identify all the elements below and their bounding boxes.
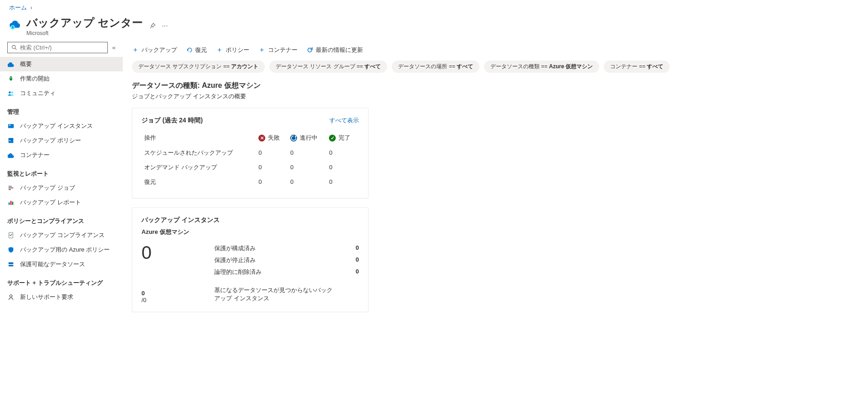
inprogress-icon [290, 135, 297, 141]
svg-point-5 [11, 91, 13, 93]
overview-subheading: ジョブとバックアップ インスタンスの概要 [123, 92, 857, 108]
breadcrumb: ホーム › [0, 0, 868, 14]
svg-rect-7 [9, 125, 11, 126]
sidebar-item-backup-reports[interactable]: バックアップ レポート [0, 195, 123, 210]
jobs-col-completed: ✓完了 [327, 131, 358, 145]
sidebar-item-label: バックアップ レポート [20, 198, 81, 207]
table-row: 復元 0 0 0 [142, 175, 358, 189]
svg-point-3 [10, 77, 11, 78]
toolbar-policy-button[interactable]: ＋ ポリシー [216, 45, 249, 54]
compliance-icon [7, 232, 15, 239]
collapse-sidebar-icon[interactable]: « [112, 44, 116, 51]
filter-datasource-type[interactable]: データソースの種類 == Azure 仮想マシン [484, 61, 599, 73]
policy-icon [7, 137, 15, 144]
sidebar-section-support: サポート + トラブルシューティング [0, 272, 123, 290]
svg-rect-14 [9, 202, 10, 205]
vault-icon [7, 152, 15, 159]
toolbar-restore-button[interactable]: 復元 [186, 46, 207, 54]
jobs-col-operation: 操作 [142, 131, 256, 145]
instances-icon [7, 122, 15, 130]
stat-row: 保護が構成済み0 [214, 242, 359, 254]
sidebar-item-label: 作業の開始 [20, 75, 50, 83]
instances-card-title: バックアップ インスタンス [141, 216, 359, 224]
instances-note: 基になるデータソースが見つからないバックアップ インスタンス [214, 286, 333, 303]
sidebar-item-label: バックアップ インスタンス [20, 122, 93, 130]
toolbar: ＋ バックアップ 復元 ＋ ポリシー ＋ コンテナー 最新の情報に更新 [123, 42, 857, 61]
sidebar-item-vaults[interactable]: コンテナー [0, 148, 123, 162]
chevron-right-icon: › [30, 4, 32, 11]
instances-fraction: 0 /0 [141, 290, 196, 303]
toolbar-vault-button[interactable]: ＋ コンテナー [258, 45, 298, 54]
svg-rect-16 [12, 202, 14, 205]
completed-icon: ✓ [329, 135, 336, 141]
plus-icon: ＋ [132, 45, 139, 54]
jobs-card: ジョブ (過去 24 時間) すべて表示 操作 ✕失敗 進行中 ✓完了 スケジュ… [132, 108, 368, 198]
jobs-icon [7, 184, 15, 192]
filter-vault[interactable]: コンテナー == すべて [604, 61, 670, 73]
svg-point-1 [12, 45, 15, 49]
filter-resource-group[interactable]: データソース リソース グループ == すべて [269, 61, 387, 73]
pin-icon[interactable] [149, 23, 156, 29]
table-row: オンデマンド バックアップ 0 0 0 [142, 161, 358, 174]
toolbar-backup-button[interactable]: ＋ バックアップ [132, 45, 177, 54]
support-icon [7, 293, 15, 301]
toolbar-refresh-button[interactable]: 最新の情報に更新 [307, 46, 363, 54]
sidebar-item-community[interactable]: コミュニティ [0, 86, 123, 101]
svg-rect-18 [9, 263, 14, 264]
community-icon [7, 90, 15, 97]
filter-location[interactable]: データソースの場所 == すべて [392, 61, 479, 73]
sidebar-section-monitoring: 監視とレポート [0, 162, 123, 181]
filter-subscription[interactable]: データソース サブスクリプション == アカウント [132, 61, 265, 73]
jobs-card-title: ジョブ (過去 24 時間) [141, 116, 203, 125]
instances-total: 0 [141, 242, 196, 263]
page-subtitle: Microsoft [26, 30, 143, 36]
sidebar-item-label: コンテナー [20, 151, 50, 159]
sidebar-item-getting-started[interactable]: 作業の開始 [0, 71, 123, 86]
jobs-col-failed: ✕失敗 [257, 131, 288, 145]
sidebar-item-protectable-datasources[interactable]: 保護可能なデータソース [0, 257, 123, 272]
sidebar-item-label: バックアップ コンプライアンス [20, 231, 105, 239]
sidebar-item-backup-compliance[interactable]: バックアップ コンプライアンス [0, 228, 123, 242]
sidebar-item-label: バックアップ ポリシー [20, 136, 81, 145]
instances-subtype: Azure 仮想マシン [141, 228, 359, 236]
sidebar-item-label: バックアップ用の Azure ポリシー [20, 246, 110, 254]
table-row: スケジュールされたバックアップ 0 0 0 [142, 146, 358, 160]
sidebar: « 概要 作業の開始 コミュニティ 管理 バックアップ インスタンス バックアッ… [0, 42, 123, 332]
undo-icon [186, 47, 192, 53]
stat-row: 保護が停止済み0 [214, 254, 359, 266]
breadcrumb-home[interactable]: ホーム [9, 4, 27, 11]
sidebar-item-backup-instances[interactable]: バックアップ インスタンス [0, 119, 123, 133]
sidebar-item-label: コミュニティ [20, 89, 56, 97]
sidebar-item-label: バックアップ ジョブ [20, 184, 75, 192]
sidebar-item-backup-jobs[interactable]: バックアップ ジョブ [0, 181, 123, 195]
stat-row: 論理的に削除済み0 [214, 266, 359, 278]
overview-heading: データソースの種類: Azure 仮想マシン [123, 81, 857, 92]
instances-card: バックアップ インスタンス Azure 仮想マシン 0 保護が構成済み0 保護が… [132, 207, 368, 312]
plus-icon: ＋ [258, 45, 265, 54]
sidebar-item-backup-policies[interactable]: バックアップ ポリシー [0, 133, 123, 148]
refresh-icon [307, 47, 313, 53]
sidebar-item-overview[interactable]: 概要 [0, 57, 123, 71]
page-title: バックアップ センター [26, 15, 143, 30]
svg-rect-15 [10, 201, 12, 205]
jobs-table: 操作 ✕失敗 進行中 ✓完了 スケジュールされたバックアップ 0 0 0 オンデ… [141, 130, 359, 190]
reports-icon [7, 199, 15, 206]
search-input-wrapper[interactable] [7, 42, 108, 53]
sidebar-item-label: 新しいサポート要求 [20, 293, 73, 301]
plus-icon: ＋ [216, 45, 223, 54]
svg-rect-19 [9, 265, 14, 267]
sidebar-item-azure-policy[interactable]: バックアップ用の Azure ポリシー [0, 242, 123, 257]
page-header: バックアップ センター Microsoft ··· [0, 14, 868, 42]
azure-policy-icon [7, 246, 15, 253]
more-icon[interactable]: ··· [162, 22, 168, 30]
overview-icon [7, 61, 15, 68]
svg-point-20 [10, 295, 12, 297]
failed-icon: ✕ [258, 135, 265, 141]
main-content: ＋ バックアップ 復元 ＋ ポリシー ＋ コンテナー 最新の情報に更新 データソ… [123, 42, 868, 332]
svg-line-2 [15, 48, 16, 50]
jobs-col-inprogress: 進行中 [288, 131, 327, 145]
search-input[interactable] [20, 44, 104, 51]
sidebar-item-new-support-request[interactable]: 新しいサポート要求 [0, 290, 123, 304]
sidebar-item-label: 概要 [20, 60, 32, 68]
jobs-view-all-link[interactable]: すべて表示 [329, 116, 359, 125]
